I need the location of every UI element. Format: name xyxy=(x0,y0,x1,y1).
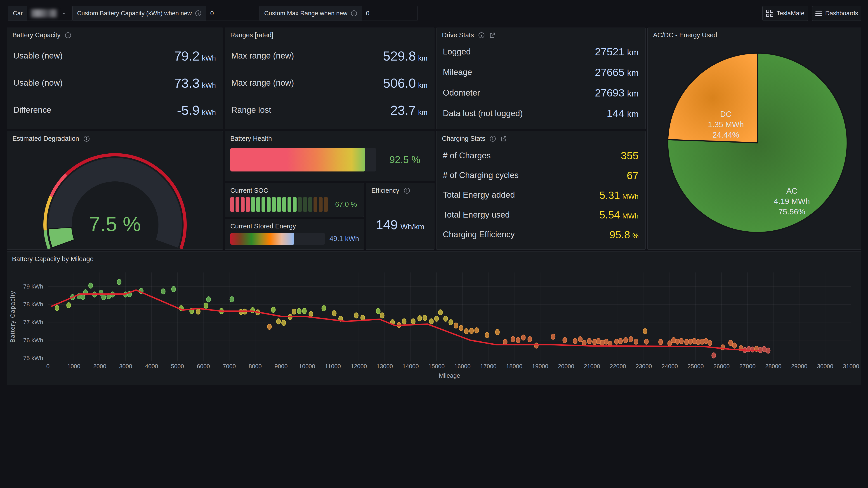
panel-title[interactable]: Drive Stats xyxy=(442,31,474,39)
stat-value: 27521km xyxy=(595,45,639,58)
grid-icon xyxy=(766,10,773,17)
svg-text:13000: 13000 xyxy=(377,363,393,369)
chevron-down-icon xyxy=(61,11,66,16)
panel-title[interactable]: Current Stored Energy xyxy=(230,223,296,230)
car-variable-select[interactable] xyxy=(27,6,72,21)
svg-text:5000: 5000 xyxy=(171,363,184,369)
svg-text:Mileage: Mileage xyxy=(439,372,460,379)
svg-text:25000: 25000 xyxy=(687,363,704,369)
svg-text:78 kWh: 78 kWh xyxy=(23,301,43,308)
soc-cell xyxy=(324,197,328,212)
teslamate-button-label: TeslaMate xyxy=(776,10,804,17)
svg-text:22000: 22000 xyxy=(610,363,626,369)
info-icon[interactable] xyxy=(489,135,496,142)
soc-cell xyxy=(246,197,250,212)
stat-row: Total Energy added 5.31MWh xyxy=(443,189,639,201)
panel-title[interactable]: Current SOC xyxy=(230,187,268,194)
custom-battery-capacity-label: Custom Battery Capacity (kWh) when new xyxy=(77,10,192,17)
soc-cell xyxy=(236,197,239,212)
svg-text:77 kWh: 77 kWh xyxy=(23,319,43,326)
soc-cell xyxy=(287,197,291,212)
svg-text:29000: 29000 xyxy=(791,363,807,369)
battery-health-panel: Battery Health 92.5 % xyxy=(225,131,434,181)
stat-row: Logged 27521km xyxy=(443,45,639,58)
stored-energy-value: 49.1 kWh xyxy=(326,233,362,245)
battery-capacity-chart[interactable]: 75 kWh76 kWh77 kWh78 kWh79 kWh0100020003… xyxy=(7,252,861,385)
stat-row: Odometer 27693km xyxy=(443,87,639,99)
svg-text:Battery Capacity: Battery Capacity xyxy=(9,291,16,343)
stat-value: -5.9kWh xyxy=(177,103,216,118)
svg-text:8000: 8000 xyxy=(249,363,262,369)
stat-value: 27693km xyxy=(595,87,639,99)
svg-text:17000: 17000 xyxy=(480,363,496,369)
stat-value: 95.8% xyxy=(610,228,639,241)
stored-energy-bar-track xyxy=(230,233,325,245)
svg-text:30000: 30000 xyxy=(817,363,833,369)
current-soc-panel: Current SOC 67.0 % xyxy=(225,183,364,217)
external-link-icon[interactable] xyxy=(489,32,496,39)
svg-text:14000: 14000 xyxy=(402,363,418,369)
svg-text:18000: 18000 xyxy=(506,363,522,369)
svg-text:24000: 24000 xyxy=(662,363,678,369)
pie-label-ac: AC4.19 MWh75.56% xyxy=(774,186,810,217)
svg-text:76 kWh: 76 kWh xyxy=(23,337,43,344)
info-icon[interactable] xyxy=(65,32,71,39)
svg-text:9000: 9000 xyxy=(275,363,288,369)
svg-text:4000: 4000 xyxy=(145,363,158,369)
stat-value: 529.8km xyxy=(383,48,428,64)
panel-title[interactable]: Efficiency xyxy=(371,187,399,194)
svg-text:26000: 26000 xyxy=(713,363,730,369)
drive-stats-panel: Drive Stats Logged 27521km Mileage 27665… xyxy=(436,28,646,129)
soc-cell xyxy=(319,197,322,212)
soc-cell xyxy=(241,197,245,212)
gauge-value: 7.5 % xyxy=(7,213,223,236)
info-icon[interactable] xyxy=(195,10,202,17)
car-name-redacted xyxy=(31,9,57,18)
panel-title[interactable]: Battery Capacity xyxy=(12,31,61,39)
soc-cell xyxy=(308,197,312,212)
stat-row: Usable (new) 79.2kWh xyxy=(13,48,216,64)
panel-title[interactable]: Charging Stats xyxy=(442,135,485,142)
svg-text:21000: 21000 xyxy=(584,363,600,369)
svg-text:23000: 23000 xyxy=(636,363,652,369)
info-icon[interactable] xyxy=(478,32,485,39)
svg-text:7000: 7000 xyxy=(223,363,236,369)
stat-row: Total Energy used 5.54MWh xyxy=(443,208,639,221)
stat-row: # of Charging cycles 67 xyxy=(443,169,639,182)
panel-title[interactable]: Ranges [rated] xyxy=(230,31,273,39)
charging-stats-panel: Charging Stats # of Charges 355 # of Cha… xyxy=(436,131,646,250)
external-link-icon[interactable] xyxy=(500,135,507,142)
info-icon[interactable] xyxy=(403,187,410,194)
battery-health-bar-fill xyxy=(230,148,365,171)
dashboard-root: Car Custom Battery Capacity (kWh) when n… xyxy=(0,0,868,488)
stat-row: Difference -5.9kWh xyxy=(13,103,216,118)
soc-cell xyxy=(282,197,286,212)
acdc-pie-chart[interactable] xyxy=(648,28,862,250)
degradation-gauge-panel: Estimated Degradation 7.5 % xyxy=(7,131,223,250)
svg-text:28000: 28000 xyxy=(765,363,781,369)
stat-row: Charging Efficiency 95.8% xyxy=(443,228,639,241)
car-variable-group: Car xyxy=(8,6,72,21)
stat-value: 73.3kWh xyxy=(174,75,216,91)
svg-text:15000: 15000 xyxy=(428,363,445,369)
stat-row: Usable (now) 73.3kWh xyxy=(13,75,216,91)
stat-row: # of Charges 355 xyxy=(443,149,639,162)
soc-cell xyxy=(313,197,317,212)
custom-battery-capacity-input[interactable] xyxy=(206,10,255,17)
info-icon[interactable] xyxy=(350,10,358,17)
pie-label-dc: DC1.35 MWh24.44% xyxy=(708,109,744,140)
panel-title[interactable]: Battery Health xyxy=(230,135,272,142)
dashboards-button[interactable]: Dashboards xyxy=(812,6,861,21)
acdc-pie-panel: AC/DC - Energy Used DC1.35 MWh24.44% AC4… xyxy=(647,28,861,250)
stat-value: 27665km xyxy=(595,66,639,78)
teslamate-button[interactable]: TeslaMate xyxy=(763,6,808,21)
efficiency-panel: Efficiency 149Wh/km xyxy=(366,183,434,250)
custom-max-range-input[interactable] xyxy=(362,10,411,17)
stat-value: 5.54MWh xyxy=(599,208,639,221)
soc-cell xyxy=(230,197,234,212)
stored-energy-panel: Current Stored Energy 49.1 kWh xyxy=(225,219,364,250)
stat-value: 23.7km xyxy=(391,103,428,118)
car-variable-label: Car xyxy=(8,6,27,21)
stat-value: 67 xyxy=(627,169,639,182)
soc-cell xyxy=(267,197,271,212)
